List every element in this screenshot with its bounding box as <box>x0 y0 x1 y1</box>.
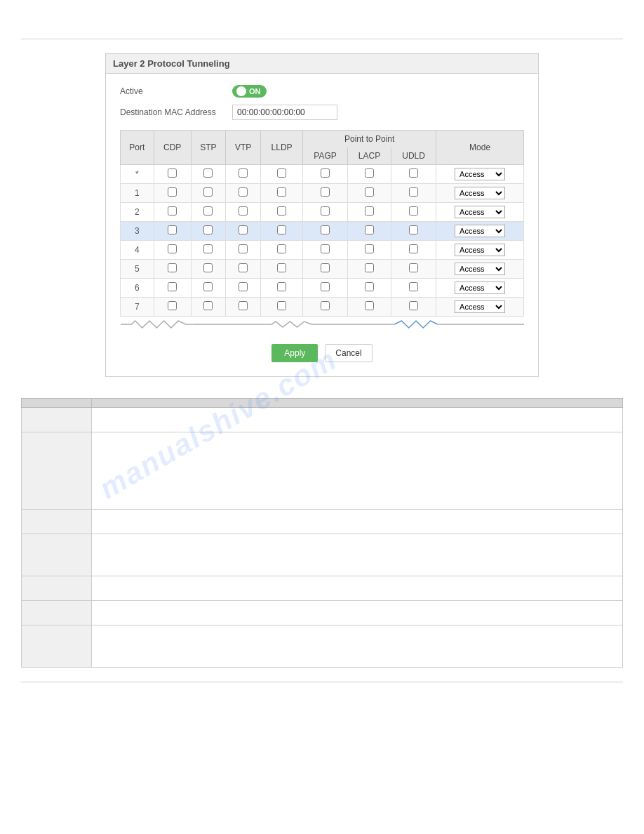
pagp-checkbox[interactable] <box>321 168 330 178</box>
pagp-cell[interactable] <box>303 260 348 279</box>
mode-cell[interactable]: AccessTrunkHybrid <box>436 279 524 298</box>
stp-checkbox[interactable] <box>203 263 213 272</box>
lacp-checkbox[interactable] <box>365 263 374 272</box>
cdp-cell[interactable] <box>154 241 191 260</box>
vtp-checkbox[interactable] <box>239 282 248 291</box>
stp-checkbox[interactable] <box>203 282 213 291</box>
cdp-cell[interactable] <box>154 184 191 203</box>
lacp-checkbox[interactable] <box>365 244 374 253</box>
pagp-checkbox[interactable] <box>321 225 330 234</box>
udld-checkbox[interactable] <box>409 282 418 291</box>
udld-checkbox[interactable] <box>409 244 418 253</box>
mode-select[interactable]: AccessTrunkHybrid <box>455 244 505 256</box>
vtp-checkbox[interactable] <box>239 187 248 197</box>
cdp-cell[interactable] <box>154 298 191 317</box>
stp-checkbox[interactable] <box>203 168 213 178</box>
cdp-cell[interactable] <box>154 260 191 279</box>
stp-cell[interactable] <box>191 241 226 260</box>
cdp-checkbox[interactable] <box>168 206 177 216</box>
lldp-cell[interactable] <box>261 298 303 317</box>
active-toggle[interactable]: ON <box>232 85 267 98</box>
stp-cell[interactable] <box>191 165 226 184</box>
lacp-checkbox[interactable] <box>365 168 374 178</box>
vtp-checkbox[interactable] <box>239 244 248 253</box>
mode-select[interactable]: AccessTrunkHybrid <box>455 263 505 275</box>
vtp-checkbox[interactable] <box>239 206 248 216</box>
lldp-cell[interactable] <box>261 165 303 184</box>
cdp-checkbox[interactable] <box>168 263 177 272</box>
lldp-checkbox[interactable] <box>277 301 286 310</box>
lldp-cell[interactable] <box>261 260 303 279</box>
pagp-cell[interactable] <box>303 241 348 260</box>
vtp-cell[interactable] <box>226 184 261 203</box>
udld-cell[interactable] <box>391 203 436 222</box>
udld-cell[interactable] <box>391 165 436 184</box>
lacp-cell[interactable] <box>347 298 391 317</box>
lacp-cell[interactable] <box>347 203 391 222</box>
mode-cell[interactable]: AccessTrunkHybrid <box>436 222 524 241</box>
udld-checkbox[interactable] <box>409 206 418 216</box>
udld-cell[interactable] <box>391 184 436 203</box>
stp-cell[interactable] <box>191 260 226 279</box>
stp-cell[interactable] <box>191 222 226 241</box>
apply-button[interactable]: Apply <box>271 344 318 362</box>
lldp-checkbox[interactable] <box>277 282 286 291</box>
vtp-cell[interactable] <box>226 222 261 241</box>
pagp-cell[interactable] <box>303 203 348 222</box>
vtp-checkbox[interactable] <box>239 168 248 178</box>
lacp-cell[interactable] <box>347 279 391 298</box>
cdp-cell[interactable] <box>154 222 191 241</box>
lldp-cell[interactable] <box>261 184 303 203</box>
pagp-checkbox[interactable] <box>321 206 330 216</box>
udld-cell[interactable] <box>391 241 436 260</box>
pagp-cell[interactable] <box>303 184 348 203</box>
udld-cell[interactable] <box>391 298 436 317</box>
stp-checkbox[interactable] <box>203 187 213 197</box>
udld-cell[interactable] <box>391 260 436 279</box>
stp-checkbox[interactable] <box>203 244 213 253</box>
pagp-cell[interactable] <box>303 298 348 317</box>
pagp-cell[interactable] <box>303 279 348 298</box>
lacp-checkbox[interactable] <box>365 187 374 197</box>
lldp-cell[interactable] <box>261 241 303 260</box>
vtp-cell[interactable] <box>226 298 261 317</box>
stp-cell[interactable] <box>191 279 226 298</box>
lldp-checkbox[interactable] <box>277 168 286 178</box>
lldp-cell[interactable] <box>261 222 303 241</box>
stp-cell[interactable] <box>191 203 226 222</box>
mode-select[interactable]: AccessTrunkHybrid <box>455 225 505 237</box>
pagp-cell[interactable] <box>303 222 348 241</box>
udld-checkbox[interactable] <box>409 263 418 272</box>
vtp-cell[interactable] <box>226 260 261 279</box>
udld-checkbox[interactable] <box>409 301 418 310</box>
cdp-checkbox[interactable] <box>168 168 177 178</box>
vtp-cell[interactable] <box>226 279 261 298</box>
lldp-cell[interactable] <box>261 279 303 298</box>
pagp-checkbox[interactable] <box>321 244 330 253</box>
vtp-checkbox[interactable] <box>239 225 248 234</box>
lldp-checkbox[interactable] <box>277 263 286 272</box>
pagp-checkbox[interactable] <box>321 263 330 272</box>
mode-cell[interactable]: AccessTrunkHybrid <box>436 260 524 279</box>
lacp-checkbox[interactable] <box>365 206 374 216</box>
stp-checkbox[interactable] <box>203 206 213 216</box>
lacp-cell[interactable] <box>347 260 391 279</box>
lldp-cell[interactable] <box>261 203 303 222</box>
cdp-cell[interactable] <box>154 165 191 184</box>
cdp-cell[interactable] <box>154 279 191 298</box>
vtp-checkbox[interactable] <box>239 301 248 310</box>
cdp-cell[interactable] <box>154 203 191 222</box>
stp-cell[interactable] <box>191 298 226 317</box>
pagp-checkbox[interactable] <box>321 301 330 310</box>
mode-cell[interactable]: AccessTrunkHybrid <box>436 165 524 184</box>
udld-checkbox[interactable] <box>409 168 418 178</box>
lldp-checkbox[interactable] <box>277 225 286 234</box>
udld-cell[interactable] <box>391 279 436 298</box>
cdp-checkbox[interactable] <box>168 282 177 291</box>
cdp-checkbox[interactable] <box>168 187 177 197</box>
vtp-cell[interactable] <box>226 165 261 184</box>
pagp-checkbox[interactable] <box>321 282 330 291</box>
lldp-checkbox[interactable] <box>277 187 286 197</box>
cdp-checkbox[interactable] <box>168 301 177 310</box>
stp-cell[interactable] <box>191 184 226 203</box>
